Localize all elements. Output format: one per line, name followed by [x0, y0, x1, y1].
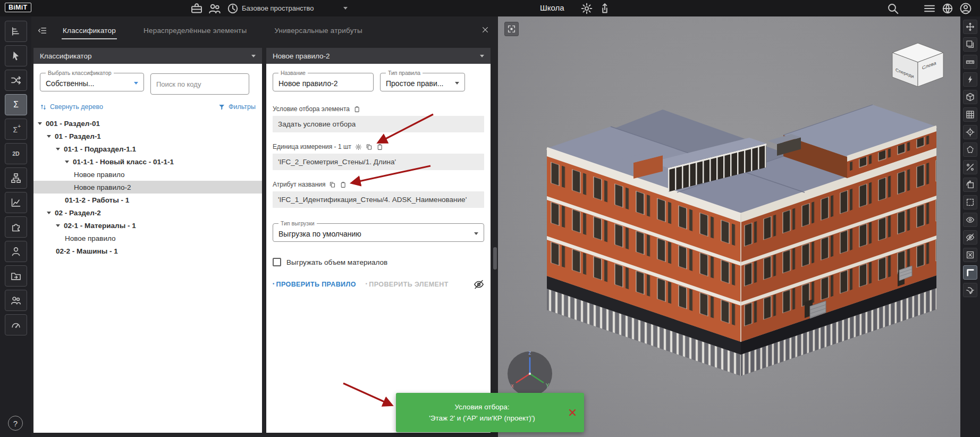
globe-icon[interactable] — [941, 2, 954, 15]
view-cube[interactable]: Спереди Слева — [892, 43, 943, 87]
code-search-field[interactable] — [150, 73, 249, 95]
zoom-window-icon[interactable] — [963, 195, 977, 209]
classifier-select[interactable]: Выбрать классификатор Собственны... — [40, 70, 144, 91]
profile-icon[interactable] — [5, 241, 27, 262]
org-structure-icon[interactable] — [5, 167, 27, 189]
tree-item[interactable]: 001 - Раздел-01 — [33, 117, 262, 130]
rotate-view-icon[interactable] — [963, 178, 977, 192]
analytics-icon[interactable] — [5, 192, 27, 213]
classifier-header-dropdown[interactable]: Классификатор — [33, 48, 262, 64]
tree-expand-caret[interactable] — [65, 161, 69, 163]
team-icon[interactable] — [208, 2, 221, 15]
paste-icon[interactable] — [353, 106, 360, 113]
plugins-icon[interactable] — [5, 216, 27, 238]
tree-expand-caret[interactable] — [38, 122, 42, 125]
show-elements-icon[interactable] — [963, 213, 977, 227]
workspace-history-icon[interactable] — [226, 2, 239, 15]
export-volume-checkbox-row[interactable]: Выгружать объем материалов — [273, 258, 484, 266]
share-icon[interactable] — [598, 2, 611, 15]
tree-expand-caret[interactable] — [56, 224, 60, 227]
tree-expand-caret[interactable] — [47, 135, 51, 138]
drawings-2d-icon[interactable]: 2D — [5, 143, 27, 164]
paste-icon[interactable] — [376, 144, 383, 150]
capture-view-icon[interactable] — [504, 22, 519, 36]
tree-item[interactable]: Новое правило — [33, 232, 262, 245]
scrollbar-thumb[interactable] — [493, 247, 497, 270]
tree-item[interactable]: 01-1 - Подраздел-1.1 — [33, 142, 262, 155]
avatar-icon[interactable] — [959, 2, 972, 15]
rule-name-input[interactable] — [278, 79, 368, 88]
close-panel-icon[interactable] — [480, 24, 491, 35]
rule-type-select[interactable]: Тип правила Простое прави... — [380, 70, 465, 91]
tab-universal-attributes[interactable]: Универсальные атрибуты — [274, 16, 362, 44]
tab-classifier[interactable]: Классификатор — [63, 16, 116, 44]
section-plane-icon[interactable] — [963, 160, 977, 174]
axis-x-label: x — [511, 383, 514, 389]
help-button[interactable]: ? — [8, 416, 23, 431]
toast-line2: 'Этаж 2' и ('АР' или'КР (проект)') — [396, 413, 568, 424]
collapse-tree-link[interactable]: Свернуть дерево — [40, 103, 103, 111]
section-box-icon[interactable] — [963, 90, 977, 104]
toast-close-icon[interactable] — [568, 408, 577, 417]
classifier-panel: КлассификаторНераспределённые элементыУн… — [31, 16, 498, 437]
hide-preview-icon[interactable] — [474, 279, 484, 290]
collapse-tree-label: Свернуть дерево — [50, 103, 103, 111]
rule-name-field[interactable]: Название — [273, 70, 374, 91]
export-type-select[interactable]: Тип выгрузки Выгрузка по умолчанию — [273, 221, 484, 242]
workspace-selector[interactable]: Базовое пространство — [242, 0, 348, 16]
navigation-gizmo[interactable]: z x Y — [508, 350, 552, 396]
tree-item[interactable]: 02 - Раздел-2 — [33, 206, 262, 219]
toolbox-icon[interactable] — [190, 2, 203, 15]
tree-item[interactable]: Новое правило-2 — [33, 181, 262, 194]
name-attribute-field[interactable]: 'IFC_1_Идентификация_Стены/4. ADSK_Наиме… — [273, 191, 484, 208]
shared-projects-icon[interactable] — [5, 265, 27, 287]
measure-ruler-icon[interactable] — [963, 55, 977, 69]
model-structure-icon[interactable] — [5, 21, 27, 42]
selection-region-icon[interactable] — [963, 142, 977, 157]
paste-icon[interactable] — [340, 181, 347, 188]
select-tool-icon[interactable] — [5, 45, 27, 66]
tree-item[interactable]: Новое правило — [33, 168, 262, 181]
pan-view-icon[interactable] — [963, 20, 977, 34]
building-model[interactable]: Спереди Слева z x Y — [498, 16, 960, 437]
tree-item[interactable]: 01 - Раздел-1 — [33, 130, 262, 142]
tree-item[interactable]: 01-1-2 - Работы - 1 — [33, 194, 262, 206]
walls-mode-icon[interactable] — [963, 265, 977, 280]
condition-field[interactable]: Задать условие отбора — [273, 116, 484, 132]
explode-view-icon[interactable] — [963, 283, 977, 297]
collaboration-icon[interactable] — [5, 290, 27, 311]
tree-item[interactable]: 02-2 - Машины - 1 — [33, 245, 262, 257]
tree-expand-caret[interactable] — [47, 212, 51, 214]
checkbox[interactable] — [273, 258, 281, 266]
check-element-button[interactable]: ПРОВЕРИТЬ ЭЛЕМЕНТ — [366, 281, 449, 288]
tree-expand-caret[interactable] — [56, 148, 60, 150]
check-rule-button[interactable]: ПРОВЕРИТЬ ПРАВИЛО — [273, 281, 356, 288]
tree-item[interactable]: 01-1-1 - Новый класс - 01-1-1 — [33, 155, 262, 168]
unit-settings-gear-icon[interactable] — [355, 144, 362, 150]
tree-item[interactable]: 02-1 - Материалы - 1 — [33, 219, 262, 232]
locate-element-icon[interactable] — [963, 125, 977, 139]
tab-unassigned-elements[interactable]: Нераспределённые элементы — [143, 16, 247, 44]
unit-attribute-field[interactable]: 'IFC_2_Геометрия_Стены/1. Длина' — [273, 154, 484, 170]
grid-icon[interactable] — [963, 107, 977, 122]
quick-measure-icon[interactable] — [963, 72, 977, 87]
classifier-card: Классификатор Выбрать классификатор Собс… — [33, 48, 262, 433]
filters-link[interactable]: Фильтры — [218, 103, 256, 111]
classifier-tool-icon[interactable]: Σ — [5, 94, 27, 115]
collapse-panel-icon[interactable] — [38, 26, 47, 35]
copy-view-icon[interactable] — [963, 37, 977, 52]
settings-gear-icon[interactable] — [580, 2, 593, 15]
viewport-3d[interactable]: Спереди Слева z x Y — [498, 16, 960, 437]
rule-header-dropdown[interactable]: Новое правило-2 — [266, 48, 491, 64]
tree-item-label: 01-1 - Подраздел-1.1 — [64, 145, 136, 153]
relations-tool-icon[interactable] — [5, 70, 27, 91]
copy-icon[interactable] — [329, 181, 336, 188]
code-search-input[interactable] — [156, 80, 243, 88]
hide-elements-icon[interactable] — [963, 230, 977, 245]
dashboard-icon[interactable] — [5, 314, 27, 335]
isolate-clear-icon[interactable] — [963, 248, 977, 262]
search-icon[interactable] — [886, 2, 899, 15]
estimate-tool-icon[interactable]: Σ+ — [5, 119, 27, 140]
menu-icon[interactable] — [923, 2, 936, 15]
copy-icon[interactable] — [366, 144, 373, 150]
